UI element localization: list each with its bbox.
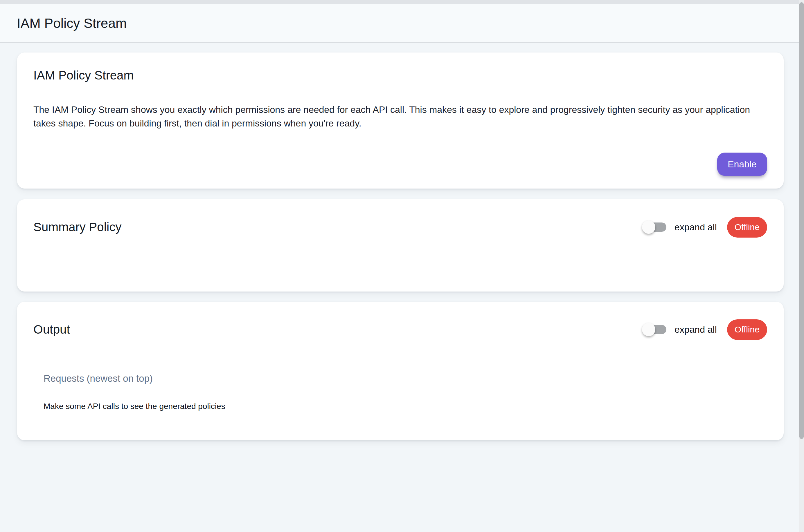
requests-empty-message: Make some API calls to see the generated… (33, 401, 767, 411)
output-header-row: Output expand all Offline (33, 318, 767, 341)
scrollbar-track[interactable] (799, 0, 804, 532)
scrollbar-thumb[interactable] (799, 2, 804, 439)
window-top-strip (0, 0, 804, 4)
summary-policy-card: Summary Policy expand all Offline (17, 199, 784, 291)
output-expand-toggle[interactable] (643, 325, 666, 334)
output-expand-label: expand all (675, 324, 717, 335)
intro-card-description: The IAM Policy Stream shows you exactly … (33, 103, 767, 130)
requests-divider (33, 393, 767, 393)
output-card: Output expand all Offline Requests (newe… (17, 302, 784, 440)
page-title: IAM Policy Stream (17, 15, 127, 31)
toggle-knob (642, 221, 655, 234)
main-content: IAM Policy Stream The IAM Policy Stream … (0, 43, 804, 440)
summary-expand-label: expand all (675, 222, 717, 233)
output-controls: expand all Offline (643, 319, 767, 340)
intro-card: IAM Policy Stream The IAM Policy Stream … (17, 53, 784, 189)
intro-card-title: IAM Policy Stream (33, 68, 767, 83)
summary-status-badge: Offline (727, 217, 767, 238)
toggle-knob (642, 323, 655, 336)
intro-card-actions: Enable (33, 153, 767, 176)
requests-heading: Requests (newest on top) (33, 373, 767, 384)
requests-section: Requests (newest on top) Make some API c… (33, 373, 767, 411)
summary-expand-toggle[interactable] (643, 223, 666, 232)
output-title: Output (33, 322, 70, 337)
summary-policy-title: Summary Policy (33, 220, 121, 234)
summary-policy-controls: expand all Offline (643, 217, 767, 238)
enable-button[interactable]: Enable (717, 153, 767, 176)
page-header: IAM Policy Stream (0, 4, 804, 43)
summary-policy-header-row: Summary Policy expand all Offline (33, 215, 767, 239)
output-status-badge: Offline (727, 319, 767, 340)
